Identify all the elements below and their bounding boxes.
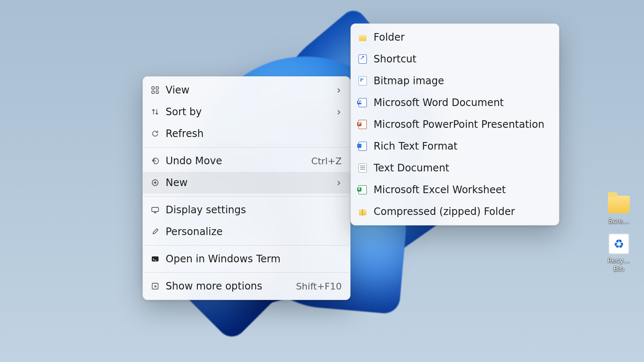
submenu-item-label: Bitmap image [374,75,551,87]
new-submenu: FolderShortcutBitmap imageMicrosoft Word… [351,23,559,225]
menu-item-accelerator: Ctrl+Z [311,156,342,166]
submenu-item[interactable]: Text Document [351,157,559,179]
svg-rect-6 [152,256,158,261]
menu-item-label: Refresh [166,128,342,140]
sort-icon [151,107,160,116]
menu-item-accelerator: Shift+F10 [296,281,342,292]
xls-icon [358,186,367,194]
menu-separator [144,272,349,273]
submenu-item-label: Rich Text Format [374,140,551,152]
submenu-item[interactable]: Microsoft Word Document [351,92,559,114]
submenu-item[interactable]: Shortcut [351,48,559,70]
expand-icon [151,282,160,291]
menu-item-undo-move[interactable]: Undo Move Ctrl+Z [143,150,350,172]
chevron-right-icon [336,84,342,96]
menu-item-label: Display settings [166,204,342,216]
submenu-item-label: Microsoft Word Document [374,97,551,109]
submenu-item-label: Text Document [374,162,551,174]
menu-item-label: New [166,177,326,189]
menu-item-label: Sort by [166,106,326,118]
svg-rect-1 [156,87,158,89]
submenu-item-label: Microsoft Excel Worksheet [374,184,551,196]
menu-item-label: Show more options [166,280,286,292]
menu-separator [144,245,349,246]
svg-rect-0 [152,87,154,89]
txt-icon [358,164,367,172]
chevron-right-icon [336,106,342,118]
menu-item-view[interactable]: View [143,79,350,101]
menu-separator [144,147,349,147]
menu-item-label: Undo Move [166,155,301,167]
desktop-icon-folder[interactable]: Scre… [601,193,636,225]
submenu-item[interactable]: Rich Text Format [351,135,559,157]
word-icon [358,98,367,107]
menu-item-open-terminal[interactable]: Open in Windows Term [143,248,350,270]
grid-icon [151,85,160,95]
submenu-item[interactable]: Microsoft Excel Worksheet [351,179,559,201]
menu-item-new[interactable]: New [143,172,350,194]
menu-item-refresh[interactable]: Refresh [143,123,350,145]
plus-circle-icon [151,178,160,187]
svg-rect-2 [152,91,154,93]
menu-item-label: View [166,84,326,96]
submenu-item-label: Shortcut [374,53,551,65]
folder-icon [358,33,367,41]
menu-separator [144,196,349,197]
recycle-bin-icon: ♻ [607,232,631,256]
desktop-icon-label: Scre… [608,217,629,225]
menu-item-label: Personalize [166,226,342,238]
menu-item-sort-by[interactable]: Sort by [143,101,350,123]
submenu-item-label: Compressed (zipped) Folder [374,206,551,217]
undo-icon [151,156,160,165]
refresh-icon [151,129,160,138]
zip-icon [358,207,367,216]
terminal-icon [151,254,160,264]
menu-item-personalize[interactable]: Personalize [143,221,350,243]
desktop-context-menu: View Sort by Refresh Undo Move Ctrl+Z Ne… [143,76,351,300]
svg-rect-3 [156,91,158,93]
rtf-icon [358,142,367,150]
menu-item-label: Open in Windows Term [166,253,342,265]
display-icon [151,205,160,215]
desktop-icon-recycle-bin[interactable]: ♻ Recy… Bin [601,232,636,273]
submenu-item[interactable]: Compressed (zipped) Folder [351,201,559,222]
bmp-icon [358,77,367,85]
submenu-item-label: Folder [374,31,551,43]
submenu-item[interactable]: Folder [351,26,559,48]
menu-item-display-settings[interactable]: Display settings [143,199,350,221]
submenu-item[interactable]: Microsoft PowerPoint Presentation [351,114,559,135]
ppt-icon [358,120,367,129]
shortcut-icon [358,55,367,63]
desktop-icon-label: Recy… Bin [608,256,631,273]
folder-icon [607,193,631,216]
submenu-item-label: Microsoft PowerPoint Presentation [374,119,551,130]
submenu-item[interactable]: Bitmap image [351,70,559,92]
chevron-right-icon [336,177,342,189]
brush-icon [151,227,160,236]
menu-item-show-more-options[interactable]: Show more options Shift+F10 [143,275,350,297]
svg-rect-5 [152,207,158,212]
desktop-icons: Scre… ♻ Recy… Bin [599,193,639,273]
